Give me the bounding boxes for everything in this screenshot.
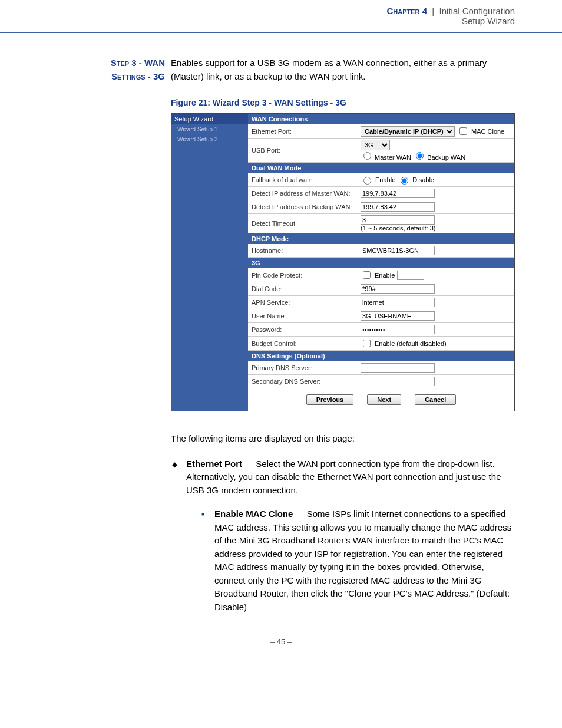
step-label-line2: Settings - 3G [111, 71, 165, 81]
detect-backup-label: Detect IP address of Backup WAN: [248, 202, 358, 212]
cancel-button[interactable]: Cancel [415, 394, 456, 405]
budget-enable-label: Enable (default:disabled) [375, 340, 447, 347]
budget-label: Budget Control: [248, 338, 358, 349]
pin-enable-checkbox[interactable] [363, 271, 371, 279]
detect-master-input[interactable] [361, 189, 435, 198]
step-label: Step 3 - WAN Settings - 3G [88, 57, 171, 83]
ethernet-port-label: Ethernet Port: [248, 126, 358, 137]
step-description: Enables support for a USB 3G modem as a … [171, 57, 515, 83]
chapter-label: Chapter 4 [386, 6, 427, 16]
row-dial: Dial Code: [248, 282, 514, 296]
header-subtitle: Setup Wizard [0, 16, 515, 26]
apn-input[interactable] [361, 298, 435, 307]
ethernet-port-select[interactable]: Cable/Dynamic IP (DHCP) [361, 126, 455, 137]
mac-clone-checkbox[interactable] [459, 127, 467, 135]
user-input[interactable] [361, 311, 435, 321]
wizard-main: WAN Connections Ethernet Port: Cable/Dyn… [248, 114, 514, 411]
step-label-line1: Step 3 - WAN [111, 58, 165, 68]
sidebar-item-1[interactable]: Wizard Setup 1 [171, 124, 248, 134]
row-usb-port: USB Port: 3G Master WAN Backup WAN [248, 139, 514, 163]
row-detect-timeout: Detect Timeout: (1 ~ 5 seconds, default:… [248, 214, 514, 233]
bullet-mac-clone-text: — Some ISPs limit Internet connections t… [214, 509, 511, 612]
pin-enable-label: Enable [375, 272, 395, 279]
backup-wan-label: Backup WAN [427, 154, 465, 161]
row-budget: Budget Control: Enable (default:disabled… [248, 337, 514, 351]
pdns-input[interactable] [361, 363, 435, 373]
row-fallback: Fallback of dual wan: Enable Disable [248, 173, 514, 187]
sdns-label: Secondary DNS Server: [248, 376, 358, 387]
usb-port-label: USB Port: [248, 145, 358, 156]
sub-bullet-list: Enable MAC Clone — Some ISPs limit Inter… [201, 508, 515, 614]
row-detect-master: Detect IP address of Master WAN: [248, 187, 514, 200]
row-apn: APN Service: [248, 296, 514, 309]
step-heading-row: Step 3 - WAN Settings - 3G Enables suppo… [88, 57, 515, 83]
next-button[interactable]: Next [367, 394, 401, 405]
bullet-mac-clone-lead: Enable MAC Clone [214, 509, 293, 519]
section-dual-wan: Dual WAN Mode [248, 163, 514, 173]
row-detect-backup: Detect IP address of Backup WAN: [248, 200, 514, 214]
header-separator: | [429, 6, 439, 16]
detect-timeout-label: Detect Timeout: [248, 218, 358, 229]
row-pass: Password: [248, 323, 514, 337]
body-intro-text: The following items are displayed on thi… [171, 432, 515, 446]
row-pin: Pin Code Protect: Enable [248, 268, 514, 282]
backup-wan-radio[interactable] [416, 152, 424, 160]
bullet-ethernet-port: Ethernet Port — Select the WAN port conn… [171, 457, 515, 614]
section-dns: DNS Settings (Optional) [248, 351, 514, 361]
bullet-mac-clone: Enable MAC Clone — Some ISPs limit Inter… [201, 508, 515, 614]
fallback-disable-label: Disable [412, 176, 434, 183]
row-sdns: Secondary DNS Server: [248, 375, 514, 388]
sidebar-item-2[interactable]: Wizard Setup 2 [171, 134, 248, 144]
wizard-buttons: Previous Next Cancel [248, 388, 514, 411]
wizard-sidebar: Setup Wizard Wizard Setup 1 Wizard Setup… [171, 114, 248, 411]
mac-clone-label: MAC Clone [471, 128, 504, 135]
section-dhcp: DHCP Mode [248, 233, 514, 244]
pass-input[interactable] [361, 325, 435, 334]
master-wan-label: Master WAN [375, 154, 411, 161]
detect-timeout-hint: (1 ~ 5 seconds, default: 3) [361, 225, 436, 232]
user-label: User Name: [248, 311, 358, 321]
pin-input[interactable] [397, 271, 424, 280]
row-ethernet-port: Ethernet Port: Cable/Dynamic IP (DHCP) M… [248, 124, 514, 139]
fallback-label: Fallback of dual wan: [248, 174, 358, 185]
sidebar-root[interactable]: Setup Wizard [171, 114, 248, 124]
previous-button[interactable]: Previous [306, 394, 353, 405]
bullet-list: Ethernet Port — Select the WAN port conn… [171, 457, 515, 614]
pin-label: Pin Code Protect: [248, 270, 358, 281]
wizard-screenshot: Setup Wizard Wizard Setup 1 Wizard Setup… [171, 113, 515, 411]
header-title: Initial Configuration [439, 6, 515, 16]
dial-input[interactable] [361, 284, 435, 294]
row-hostname: Hostname: [248, 244, 514, 258]
hostname-input[interactable] [361, 246, 435, 255]
figure-caption: Figure 21: Wizard Step 3 - WAN Settings … [171, 98, 515, 107]
page-number: – 45 – [0, 637, 562, 670]
fallback-enable-radio[interactable] [363, 177, 371, 185]
dial-label: Dial Code: [248, 284, 358, 294]
detect-backup-input[interactable] [361, 202, 435, 212]
page-header: Chapter 4 | Initial Configuration Setup … [0, 0, 562, 33]
row-user: User Name: [248, 309, 514, 323]
pdns-label: Primary DNS Server: [248, 363, 358, 373]
bullet-ethernet-port-lead: Ethernet Port [186, 459, 242, 469]
master-wan-radio[interactable] [363, 152, 371, 160]
pass-label: Password: [248, 324, 358, 335]
section-3g: 3G [248, 258, 514, 268]
page-content: Step 3 - WAN Settings - 3G Enables suppo… [0, 33, 562, 614]
row-pdns: Primary DNS Server: [248, 361, 514, 375]
fallback-enable-label: Enable [375, 176, 395, 183]
budget-enable-checkbox[interactable] [363, 340, 371, 347]
fallback-disable-radio[interactable] [401, 177, 408, 185]
section-wan-connections: WAN Connections [248, 114, 514, 124]
sdns-input[interactable] [361, 377, 435, 386]
detect-master-label: Detect IP address of Master WAN: [248, 188, 358, 199]
apn-label: APN Service: [248, 297, 358, 308]
usb-port-select[interactable]: 3G [361, 140, 390, 150]
detect-timeout-input[interactable] [361, 215, 435, 225]
hostname-label: Hostname: [248, 245, 358, 256]
